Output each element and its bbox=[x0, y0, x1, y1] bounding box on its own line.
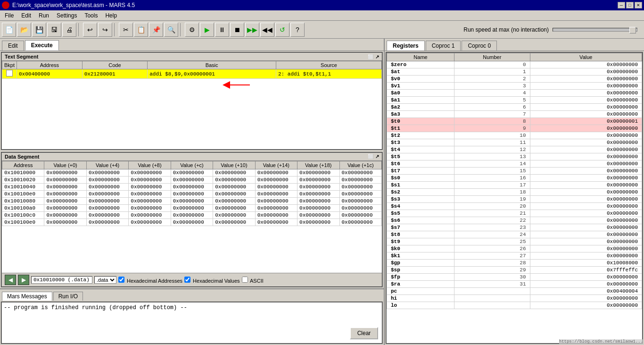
reg-name-cell: $a1 bbox=[387, 97, 454, 104]
tab-edit[interactable]: Edit bbox=[2, 41, 24, 50]
reg-name-cell: hi bbox=[387, 295, 454, 302]
ds-v14-cell: 0x00000000 bbox=[255, 204, 297, 211]
data-segment-restore-icon[interactable]: ⬜ bbox=[368, 154, 373, 159]
reg-num-cell: 12 bbox=[454, 146, 530, 153]
minimize-button[interactable]: ─ bbox=[618, 2, 625, 8]
ds-v18-cell: 0x00000000 bbox=[297, 176, 339, 183]
ds-v0-cell: 0x00000000 bbox=[44, 169, 86, 176]
reg-name-cell: $v0 bbox=[387, 76, 454, 83]
text-segment-expand-icon[interactable]: ↗ bbox=[375, 54, 379, 59]
reg-num-cell: 16 bbox=[454, 175, 530, 182]
reg-val-cell: 0x00000000 bbox=[530, 245, 642, 252]
clear-button[interactable]: Clear bbox=[350, 327, 378, 339]
text-segment-scroll[interactable]: Bkpt Address Code Basic Source 0x0040000… bbox=[2, 61, 382, 149]
reg-val-cell: 0x00000001 bbox=[530, 118, 642, 125]
list-item: $k1 27 0x00000000 bbox=[387, 252, 642, 260]
run-button[interactable]: ▶ bbox=[200, 23, 214, 37]
list-item: $a0 4 0x00000000 bbox=[387, 90, 642, 97]
runspeed-thumb[interactable] bbox=[629, 27, 636, 34]
tab-coproc1[interactable]: Coproc 1 bbox=[426, 41, 461, 50]
save-as-button[interactable]: 🖫 bbox=[47, 23, 61, 37]
reg-name-cell: $fp bbox=[387, 274, 454, 281]
ds-vc-cell: 0x00000000 bbox=[171, 176, 213, 183]
ds-v4-cell: 0x00000000 bbox=[86, 169, 128, 176]
ds-vc-cell: 0x00000000 bbox=[171, 197, 213, 204]
ds-v14-cell: 0x00000000 bbox=[255, 197, 297, 204]
list-item: $a2 6 0x00000000 bbox=[387, 104, 642, 111]
close-button[interactable]: ✕ bbox=[635, 2, 642, 8]
reg-num-cell: 9 bbox=[454, 125, 530, 132]
tab-run-io[interactable]: Run I/O bbox=[53, 292, 83, 301]
col-address: Address bbox=[17, 61, 83, 69]
runspeed-label: Run speed at max (no interaction) bbox=[463, 26, 549, 33]
titlebar: E:\work_space\work_space\test.asm - MARS… bbox=[0, 0, 644, 10]
ascii-checkbox[interactable] bbox=[242, 277, 248, 283]
ds-v8-cell: 0x00000000 bbox=[129, 204, 171, 211]
undo-button[interactable]: ↩ bbox=[83, 23, 97, 37]
address-cell: 0x00400000 bbox=[17, 69, 83, 79]
menu-help[interactable]: Help bbox=[101, 11, 121, 20]
ds-vc-cell: 0x00000000 bbox=[171, 169, 213, 176]
ds-v4-cell: 0x00000000 bbox=[86, 204, 128, 211]
find-button[interactable]: 🔍 bbox=[164, 23, 178, 37]
hex-addresses-checkbox[interactable] bbox=[118, 277, 124, 283]
stop-button[interactable]: ⏹ bbox=[230, 23, 244, 37]
ds-v8-cell: 0x00000000 bbox=[129, 176, 171, 183]
runspeed-area: Run speed at max (no interaction) bbox=[463, 26, 642, 33]
ds-section-dropdown[interactable]: .data bbox=[94, 276, 116, 284]
tab-registers[interactable]: Registers bbox=[387, 41, 425, 50]
paste-button[interactable]: 📌 bbox=[149, 23, 163, 37]
menu-tools[interactable]: Tools bbox=[81, 11, 101, 20]
step-button[interactable]: ▶▶ bbox=[245, 23, 259, 37]
tab-execute[interactable]: Execute bbox=[25, 40, 59, 50]
ds-v8-cell: 0x00000000 bbox=[129, 183, 171, 190]
data-segment-expand-icon[interactable]: ↗ bbox=[375, 154, 379, 159]
reg-num-cell: 17 bbox=[454, 182, 530, 189]
maximize-button[interactable]: □ bbox=[626, 2, 634, 8]
data-segment-scroll[interactable]: Address Value (+0) Value (+4) Value (+8)… bbox=[2, 161, 382, 273]
reg-col-name: Name bbox=[387, 53, 454, 61]
print-button[interactable]: 🖨 bbox=[62, 23, 76, 37]
pause-button[interactable]: ⏸ bbox=[215, 23, 229, 37]
titlebar-controls[interactable]: ─ □ ✕ bbox=[618, 2, 642, 8]
menu-settings[interactable]: Settings bbox=[53, 11, 81, 20]
copy-button[interactable]: 📋 bbox=[134, 23, 148, 37]
reset-button[interactable]: ↺ bbox=[275, 23, 289, 37]
cut-button[interactable]: ✂ bbox=[119, 23, 133, 37]
reg-num-cell: 21 bbox=[454, 210, 530, 217]
tab-coproc0[interactable]: Coproc 0 bbox=[462, 41, 497, 50]
hex-values-checkbox[interactable] bbox=[184, 277, 190, 283]
open-button[interactable]: 📂 bbox=[17, 23, 31, 37]
reg-num-cell: 1 bbox=[454, 68, 530, 76]
menu-run[interactable]: Run bbox=[35, 11, 53, 20]
ds-next-button[interactable]: ▶ bbox=[18, 275, 29, 285]
ds-col-addr: Address bbox=[2, 161, 44, 169]
main-layout: Edit Execute Text Segment ⬜ ↗ Bkpt Addre… bbox=[0, 39, 644, 345]
ds-prev-button[interactable]: ◀ bbox=[5, 275, 16, 285]
text-segment-restore-icon[interactable]: ⬜ bbox=[368, 54, 373, 59]
list-item: $s4 20 0x00000000 bbox=[387, 203, 642, 210]
top-tab-strip: Edit Execute bbox=[0, 39, 384, 51]
list-item: $t2 10 0x00000000 bbox=[387, 132, 642, 139]
backstep-button[interactable]: ◀◀ bbox=[260, 23, 274, 37]
reg-val-cell: 0x00000000 bbox=[530, 97, 642, 104]
bkpt-checkbox[interactable] bbox=[6, 70, 13, 76]
ds-v4-cell: 0x00000000 bbox=[86, 219, 128, 226]
menu-edit[interactable]: Edit bbox=[17, 11, 35, 20]
registers-table-wrap[interactable]: Name Number Value $zero 0 0x00000000 $at… bbox=[386, 52, 643, 344]
reg-name-cell: $k1 bbox=[387, 252, 454, 260]
data-segment-toolbar: ◀ ▶ .data Hexadecimal Addresses Hexadeci… bbox=[2, 273, 382, 286]
reg-name-cell: $ra bbox=[387, 281, 454, 288]
new-button[interactable]: 📄 bbox=[2, 23, 16, 37]
tab-mars-messages[interactable]: Mars Messages bbox=[2, 292, 52, 301]
ds-address-input[interactable] bbox=[31, 276, 92, 284]
redo-button[interactable]: ↪ bbox=[98, 23, 112, 37]
menubar: File Edit Run Settings Tools Help bbox=[0, 10, 644, 21]
reg-name-cell: $v1 bbox=[387, 83, 454, 90]
list-item: $t6 14 0x00000000 bbox=[387, 160, 642, 168]
menu-file[interactable]: File bbox=[1, 11, 17, 20]
assemble-button[interactable]: ⚙ bbox=[185, 23, 199, 37]
help-button[interactable]: ? bbox=[290, 23, 305, 37]
save-button[interactable]: 💾 bbox=[32, 23, 46, 37]
reg-name-cell: $t7 bbox=[387, 168, 454, 175]
